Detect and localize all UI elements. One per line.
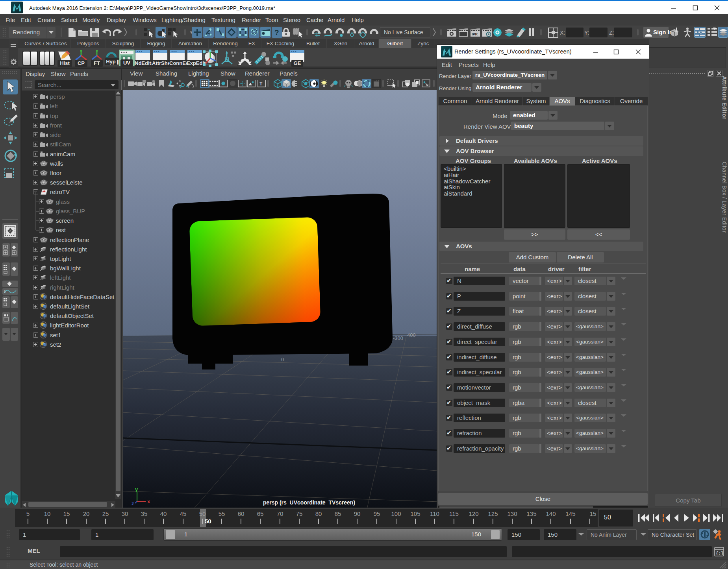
svg-text:IPR: IPR	[472, 32, 478, 36]
svg-text:x: x	[147, 499, 150, 504]
svg-text:T: T	[259, 81, 263, 87]
svg-text:persp (rs_UVcoordinate_TVscree: persp (rs_UVcoordinate_TVscreen)	[263, 499, 355, 506]
svg-text:400: 400	[407, 332, 416, 338]
svg-text:{;}: {;}	[716, 551, 724, 556]
svg-text:z: z	[132, 501, 134, 506]
svg-text:0: 0	[281, 357, 284, 362]
svg-text:-300: -300	[393, 335, 403, 341]
svg-text:y: y	[135, 486, 138, 492]
